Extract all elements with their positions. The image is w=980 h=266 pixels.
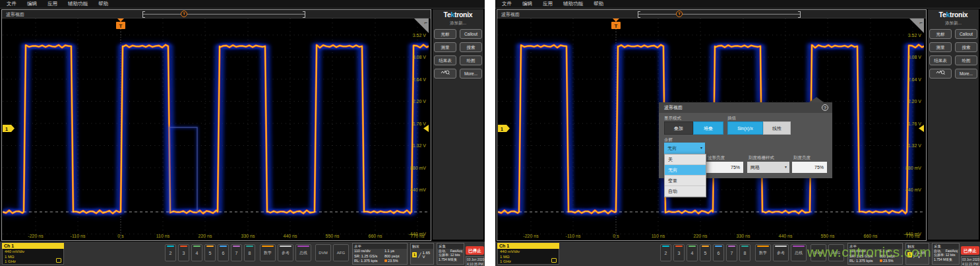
draw-a-box-corner[interactable]: ⌐ <box>909 18 924 33</box>
measure-button[interactable]: 测量 <box>929 42 952 52</box>
graticule-style-dropdown[interactable]: 网格 ▾ <box>747 162 789 173</box>
channel-3-button[interactable]: 3 <box>178 244 189 261</box>
trigger-level-arrow[interactable] <box>919 125 924 132</box>
trigger-panel[interactable]: 触发 1 ╱ 1.65 V <box>410 243 434 265</box>
channel-8-button[interactable]: 8 <box>244 244 255 261</box>
horizontal-pan-scrollbar[interactable]: T <box>142 11 305 18</box>
math-button[interactable]: 数学 <box>755 244 771 261</box>
dvm-button[interactable]: DVM <box>315 244 331 261</box>
trigger-marker-flag[interactable]: T <box>611 18 621 29</box>
channel-6-button[interactable]: 6 <box>218 244 229 261</box>
menu-item-3[interactable]: 辅助功能 <box>68 1 88 7</box>
cursors-button[interactable]: 光标 <box>929 29 952 39</box>
channel-8-button[interactable]: 8 <box>739 244 750 261</box>
channel-2-button[interactable]: 2 <box>165 244 176 261</box>
stacked-mode-button[interactable]: 堆叠 <box>693 121 723 135</box>
channel-1-settings: 440 mV/div 1 MΩ 1 GHz <box>2 249 64 265</box>
watermark: www.cntronics.com <box>807 244 931 260</box>
waveform-intensity-field[interactable]: 75% <box>706 162 743 173</box>
trigger-title: 触发 <box>411 244 433 249</box>
channel-1-marker[interactable]: 1 <box>3 125 15 132</box>
horizontal-pan-scrollbar[interactable]: T <box>638 11 801 18</box>
more-button[interactable]: More... <box>460 69 482 79</box>
acquisition-title: 采集 <box>933 244 959 249</box>
color-stripe <box>280 246 291 247</box>
graticule-intensity-field[interactable]: 75% <box>792 162 827 173</box>
ref-button[interactable]: 参考 <box>278 244 293 261</box>
bus-button[interactable]: 总线 <box>791 244 807 261</box>
results-table-button[interactable]: 结果表 <box>929 55 952 65</box>
waveform-display[interactable]: 3.52 V3.08 V2.64 V2.20 V1.76 V1.32 V880 … <box>3 18 429 240</box>
persistence-dropdown-list: 关无穷变量自动 <box>664 154 706 197</box>
trigger-marker-flag[interactable]: T <box>116 18 125 29</box>
bus-button[interactable]: 总线 <box>295 244 311 261</box>
menu-item-0[interactable]: 文件 <box>502 1 512 7</box>
horizontal-panel[interactable]: 水平 110 ns/div1.1 µsSR: 1.25 GS/s800 ps/p… <box>352 243 408 265</box>
callout-button[interactable]: Callout <box>460 29 482 39</box>
search-button[interactable]: 搜索 <box>460 42 482 52</box>
menu-item-4[interactable]: 帮助 <box>594 1 603 7</box>
measure-button[interactable]: 测量 <box>434 42 456 52</box>
trigger-level-arrow[interactable] <box>423 125 429 132</box>
plot-tools-icon-button[interactable] <box>434 69 456 79</box>
channel-3-button[interactable]: 3 <box>673 244 685 261</box>
math-button[interactable]: 数学 <box>260 244 276 261</box>
add-new-buttons-row4: More... <box>928 69 979 79</box>
channel-color-stripe <box>233 246 240 247</box>
callout-button[interactable]: Callout <box>955 29 977 39</box>
scrollbar-track[interactable] <box>142 14 305 15</box>
stopped-button[interactable]: 已停止 <box>961 246 979 255</box>
voltage-label: 880 mV <box>410 166 426 170</box>
trigger-position-knob[interactable]: T <box>181 11 187 17</box>
ref-button[interactable]: 参考 <box>773 244 789 261</box>
persistence-option-1[interactable]: 无穷 <box>665 165 706 176</box>
plot-tools-icon-button[interactable] <box>929 69 952 79</box>
search-button[interactable]: 搜索 <box>955 42 977 52</box>
menu-item-4[interactable]: 帮助 <box>98 1 108 7</box>
channel-4-button[interactable]: 4 <box>191 244 202 261</box>
channel-7-button[interactable]: 7 <box>726 244 737 261</box>
channel-7-button[interactable]: 7 <box>231 244 242 261</box>
trigger-position-knob[interactable]: T <box>676 11 683 17</box>
graticule[interactable]: 3.52 V3.08 V2.64 V2.20 V1.76 V1.32 V880 … <box>3 18 429 240</box>
channel-5-button[interactable]: 5 <box>700 244 711 261</box>
waveform-view-tab[interactable]: 波形视图 <box>6 11 24 18</box>
persistence-option-2[interactable]: 变量 <box>665 176 706 186</box>
acquisition-panel[interactable]: 采集 自动, FastAcq 分辨率: 12 bits 1.754 M采集 <box>437 243 464 265</box>
persistence-option-3[interactable]: 自动 <box>665 186 706 197</box>
cursors-button[interactable]: 光标 <box>434 29 456 39</box>
help-icon[interactable]: ? <box>822 104 828 111</box>
draw-a-box-corner[interactable]: ⌐ <box>414 18 429 33</box>
channel-4-button[interactable]: 4 <box>687 244 698 261</box>
menu-item-2[interactable]: 应用 <box>543 1 553 7</box>
channel-1-badge[interactable]: Ch 1 440 mV/div 1 MΩ 1 GHz <box>497 243 559 265</box>
more-button[interactable]: More... <box>955 69 977 79</box>
menu-item-0[interactable]: 文件 <box>7 1 16 7</box>
plot-button[interactable]: 绘图 <box>460 55 482 65</box>
menu-item-1[interactable]: 编辑 <box>522 1 532 7</box>
channel-2-button[interactable]: 2 <box>660 244 671 261</box>
afg-button[interactable]: AFG <box>333 244 349 261</box>
scrollbar-track[interactable] <box>638 14 801 15</box>
horizontal-value: 23.5% <box>384 259 407 264</box>
channel-1-marker[interactable]: 1 <box>498 125 510 132</box>
results-table-button[interactable]: 结果表 <box>434 55 456 65</box>
stopped-button[interactable]: 已停止 <box>466 246 484 255</box>
plot-button[interactable]: 绘图 <box>955 55 977 65</box>
overlay-mode-button[interactable]: 叠加 <box>664 121 693 135</box>
menu-item-3[interactable]: 辅助功能 <box>563 1 583 7</box>
persistence-option-0[interactable]: 关 <box>665 154 706 165</box>
voltage-label: 1.76 V <box>413 121 427 126</box>
acquisition-panel[interactable]: 采集 自动, FastAcq 分辨率: 12 bits 1.754 M采集 <box>932 243 960 265</box>
linear-interpolation-button[interactable]: 线性 <box>763 121 791 135</box>
horizontal-position-icon <box>384 259 387 262</box>
channel-5-button[interactable]: 5 <box>204 244 216 261</box>
channel-color-stripe <box>715 246 722 247</box>
persistence-dropdown[interactable]: 无穷 ▾ <box>664 143 705 154</box>
menu-item-1[interactable]: 编辑 <box>27 1 37 7</box>
channel-1-badge[interactable]: Ch 1 440 mV/div 1 MΩ 1 GHz <box>2 243 64 265</box>
menu-item-2[interactable]: 应用 <box>47 1 57 7</box>
waveform-view-tab[interactable]: 波形视图 <box>501 11 520 18</box>
sinx-interpolation-button[interactable]: Sin(x)/x <box>727 121 763 135</box>
channel-6-button[interactable]: 6 <box>713 244 724 261</box>
